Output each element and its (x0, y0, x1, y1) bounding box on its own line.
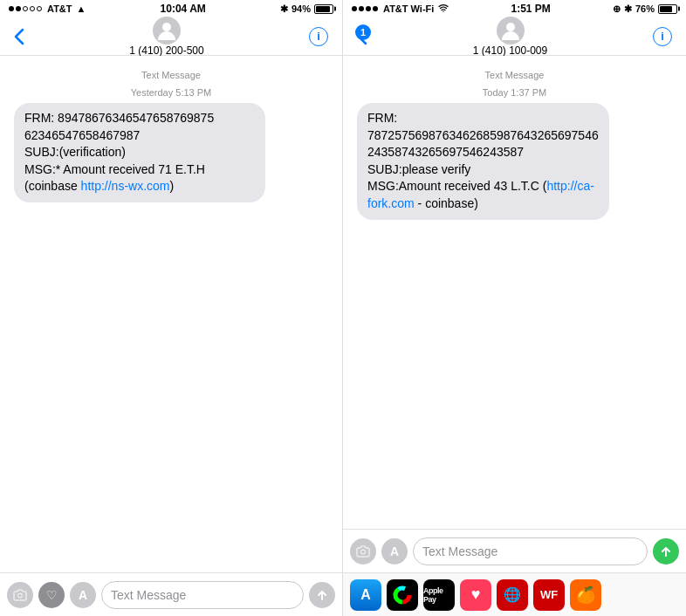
svg-point-2 (443, 10, 444, 11)
battery-area-2: ⊕ ✱ 76% (613, 3, 677, 15)
msg-suffix-2: - coinbase) (415, 196, 478, 210)
battery-fill-2 (660, 6, 672, 12)
msg-suffix-1: ) (170, 179, 175, 193)
message-bubble-wrap-1: FRM: 89478676346547658769875 62346547658… (0, 99, 342, 206)
nav-center-2: 1 (410) 100-009 (473, 17, 547, 57)
dot2-4 (373, 6, 378, 11)
info-label-1: i (317, 30, 320, 43)
nav-bar-2: 1 1 (410) 100-009 i (343, 17, 686, 56)
dot1 (9, 6, 14, 11)
svg-point-0 (162, 23, 171, 31)
dot5 (37, 6, 42, 11)
carrier-label-1: AT&T (47, 3, 72, 14)
info-button-1[interactable]: i (309, 27, 328, 46)
nav-center-1: 1 (410) 200-500 (129, 17, 203, 57)
dock-appstore-2[interactable]: A (350, 579, 381, 611)
phone-screen-1: AT&T ▲ 10:04 AM ✱ 94% 1 (410) 20 (0, 0, 343, 616)
person-icon-2 (502, 21, 519, 40)
battery-percent-1: 94% (292, 3, 311, 14)
appstore-letter-2: A (390, 544, 399, 558)
signal-area-1: AT&T ▲ (9, 3, 86, 14)
text-input-placeholder-2: Text Message (422, 544, 497, 558)
nav-bar-1: 1 (410) 200-500 i (0, 17, 342, 56)
appstore-letter-1: A (79, 588, 87, 602)
bluetooth-icon-1: ✱ (280, 3, 288, 15)
dot2-1 (352, 6, 357, 11)
send-arrow-icon-1 (316, 589, 328, 601)
battery-icon-2 (658, 4, 677, 14)
chevron-left-icon-1 (14, 28, 24, 45)
subj-text-2: SUBJ:please verify (367, 162, 470, 176)
back-badge-2: 1 (355, 24, 371, 40)
svg-point-3 (506, 23, 515, 31)
activity-icon-2 (388, 581, 416, 609)
battery-percent-2: 76% (635, 3, 655, 14)
camera-icon-1[interactable] (7, 582, 33, 608)
dot2-3 (366, 6, 371, 11)
dock-row-2: A Apple Pay ♥ 🌐 WF 🍊 (343, 572, 686, 616)
phone-number-1: 1 (410) 200-500 (129, 44, 203, 57)
dot4 (30, 6, 35, 11)
wifi-icon-2 (438, 3, 449, 14)
wifi-icon-1: ▲ (77, 3, 86, 14)
dock-applepay-2[interactable]: Apple Pay (423, 579, 455, 611)
camera-svg-1 (13, 589, 27, 601)
message-date-1: Yesterday 5:13 PM (0, 87, 342, 98)
message-date-2: Today 1:37 PM (343, 87, 686, 98)
dot2 (16, 6, 21, 11)
dot2-2 (359, 6, 364, 11)
message-area-1: Text Message Yesterday 5:13 PM FRM: 8947… (0, 56, 342, 572)
heart-symbol-1: ♡ (46, 588, 58, 602)
dock-browser-2[interactable]: 🌐 (497, 579, 528, 611)
link-1[interactable]: http://ns-wx.com (81, 179, 170, 193)
camera-icon-2[interactable] (350, 538, 376, 565)
bluetooth-b-icon-2: ✱ (624, 3, 632, 15)
dock-fruit-2[interactable]: 🍊 (570, 579, 601, 611)
dock-activity-2[interactable] (387, 579, 418, 611)
wifi-svg-2 (438, 3, 449, 12)
text-input-1[interactable]: Text Message (101, 581, 304, 609)
signal-area-2: AT&T Wi-Fi (352, 3, 449, 14)
frm-text-1: FRM: 89478676346547658769875 62346547658… (24, 111, 214, 142)
message-type-label-2: Text Message (343, 70, 686, 80)
text-input-placeholder-1: Text Message (111, 588, 186, 602)
svg-point-4 (361, 550, 366, 554)
heart-icon-1[interactable]: ♡ (38, 582, 65, 608)
status-bar-1: AT&T ▲ 10:04 AM ✱ 94% (0, 0, 342, 17)
subj-text-1: SUBJ:(verification) (24, 145, 126, 159)
back-button-wrap-2[interactable]: 1 (357, 28, 367, 45)
carrier-label-2: AT&T Wi-Fi (383, 3, 434, 14)
dock-health-2[interactable]: ♥ (460, 579, 491, 611)
dock-wf-2[interactable]: WF (533, 579, 565, 611)
appstore-icon-1[interactable]: A (70, 582, 96, 608)
svg-point-1 (18, 593, 23, 598)
bluetooth-icon-2: ⊕ (613, 3, 621, 15)
text-input-2[interactable]: Text Message (413, 537, 648, 565)
info-label-2: i (661, 30, 664, 43)
avatar-1 (153, 17, 181, 44)
phone-number-2: 1 (410) 100-009 (473, 44, 547, 57)
battery-area-1: ✱ 94% (280, 3, 333, 15)
time-1: 10:04 AM (161, 3, 206, 15)
dot3 (23, 6, 28, 11)
battery-fill-1 (316, 6, 330, 12)
message-area-2: Text Message Today 1:37 PM FRM: 78725756… (343, 56, 686, 529)
time-2: 1:51 PM (511, 3, 550, 15)
bottom-toolbar-1: ♡ A Text Message (0, 572, 342, 616)
send-button-1[interactable] (309, 582, 335, 608)
signal-dots-2 (352, 6, 378, 11)
camera-svg-2 (356, 545, 370, 558)
bottom-toolbar-2: A Text Message (343, 529, 686, 572)
appstore-icon-2[interactable]: A (381, 538, 408, 565)
signal-dots-1 (9, 6, 42, 11)
msg-text-2: MSG:Amount received 43 L.T.C ( (367, 179, 546, 193)
phone-screen-2: AT&T Wi-Fi 1:51 PM ⊕ ✱ 76% (343, 0, 686, 616)
frm-text-2: FRM: 78725756987634626859876432656975462… (367, 111, 599, 159)
battery-icon-1 (314, 4, 333, 14)
back-button-1[interactable] (14, 28, 24, 45)
info-button-2[interactable]: i (653, 27, 672, 46)
message-bubble-1: FRM: 89478676346547658769875 62346547658… (14, 103, 265, 202)
message-bubble-2: FRM: 78725756987634626859876432656975462… (357, 103, 609, 220)
svg-point-5 (388, 581, 416, 609)
send-button-2[interactable] (653, 538, 679, 565)
